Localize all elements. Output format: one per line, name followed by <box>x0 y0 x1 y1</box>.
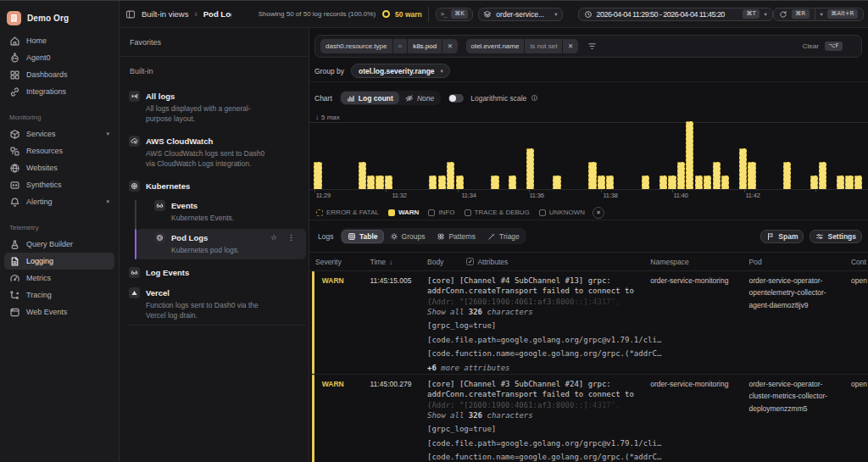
tab-groups[interactable]: Groups <box>384 230 431 243</box>
service-filter-select[interactable]: order-service... ▾ <box>478 8 562 21</box>
sidebar-item-home[interactable]: Home <box>4 32 114 49</box>
sidebar-item-agent0[interactable]: Agent0 <box>4 49 114 66</box>
chart-bar[interactable] <box>598 175 605 189</box>
view-item-log-events[interactable]: Log Events <box>129 267 306 278</box>
chart-bar[interactable] <box>509 175 516 189</box>
legend-item-unknown[interactable]: UNKNOWN <box>539 209 585 216</box>
log-row[interactable]: WARN11:45:00.279[core] [Channel #3 SubCh… <box>309 375 868 462</box>
column-severity[interactable]: Severity <box>315 258 370 266</box>
attribute-chip[interactable]: [code.function.name=google.golang.org/gr… <box>427 452 650 462</box>
log-count-chart[interactable] <box>309 122 868 190</box>
chart-bar[interactable] <box>668 175 676 189</box>
command-palette-button[interactable]: >_ ⌘K <box>436 8 474 21</box>
chart-bar[interactable] <box>588 162 596 189</box>
chart-bar[interactable] <box>526 148 534 189</box>
sidebar-item-synthetics[interactable]: Synthetics <box>4 176 114 193</box>
favorite-star-icon[interactable]: ☆ <box>270 232 277 243</box>
chart-bar[interactable] <box>385 175 392 189</box>
view-item-kubernetes[interactable]: Kubernetes <box>129 181 306 192</box>
chart-bar[interactable] <box>854 175 862 189</box>
org-switcher[interactable]: Demo Org <box>0 1 119 29</box>
filter-value[interactable]: k8s.pod <box>408 39 442 53</box>
sidebar-item-query-builder[interactable]: Query Builder <box>4 236 114 253</box>
chart-bar[interactable] <box>810 175 818 189</box>
chart-bar[interactable] <box>677 162 685 189</box>
sidebar-item-alerting[interactable]: Alerting▾ <box>4 193 114 210</box>
more-attributes-link[interactable]: +6 more attributes <box>427 363 650 373</box>
chart-bar[interactable] <box>447 162 454 189</box>
more-options-icon[interactable]: ⋮ <box>287 232 295 243</box>
tab-patterns[interactable]: Patterns <box>431 230 481 243</box>
chart-bar[interactable] <box>456 175 464 189</box>
tab-table[interactable]: Table <box>342 230 384 243</box>
log-scale-toggle[interactable] <box>448 94 464 103</box>
favorites-section-header[interactable]: Favorites <box>120 28 309 57</box>
clear-filters-button[interactable]: Clear <box>803 42 819 50</box>
chart-bar[interactable] <box>491 175 498 189</box>
sidebar-item-dashboards[interactable]: Dashboards <box>4 66 114 83</box>
breadcrumb-root[interactable]: Built-in views <box>142 9 188 19</box>
chart-bar[interactable] <box>739 148 747 189</box>
column-namespace[interactable]: Namespace <box>650 258 748 266</box>
attributes-checkbox[interactable]: ✓ <box>466 258 474 265</box>
attribute-chip[interactable]: [code.file.path=google.golang.org/grpc@v… <box>427 438 650 448</box>
show-all-link[interactable]: Show all 326 characters <box>427 410 650 420</box>
chart-bar[interactable] <box>606 175 614 189</box>
view-item-all-logs[interactable]: All logsAll logs displayed with a genera… <box>129 91 306 124</box>
chart-bar[interactable] <box>686 121 693 189</box>
chart-bar[interactable] <box>748 162 755 189</box>
sidebar-item-metrics[interactable]: Metrics <box>4 270 114 287</box>
chart-bar[interactable] <box>314 162 321 189</box>
chart-option-log-count[interactable]: Log count <box>341 92 399 104</box>
group-by-select[interactable]: otel.log.severity.range ▾ <box>351 64 450 78</box>
time-range-button[interactable]: 2026-04-04 11:29:50 - 2026-04-04 11:45:2… <box>578 8 773 21</box>
tab-triage[interactable]: Triage <box>481 230 526 243</box>
chart-bar[interactable] <box>845 175 853 189</box>
chart-bar[interactable] <box>659 175 667 189</box>
filter-key[interactable]: dash0.resource.type <box>320 39 392 53</box>
attribute-chip[interactable]: [grpc_log=true] <box>427 320 650 331</box>
sidebar-item-tracing[interactable]: Tracing <box>4 287 114 303</box>
legend-item-info[interactable]: INFO <box>428 209 454 216</box>
attribute-chip[interactable]: [code.function.name=google.golang.org/gr… <box>427 348 650 359</box>
chart-bar[interactable] <box>837 175 844 189</box>
sidebar-item-services[interactable]: Services▾ <box>4 125 114 142</box>
chart-bar[interactable] <box>438 175 446 189</box>
column-time[interactable]: Time ↓ <box>370 258 428 266</box>
chart-bar[interactable] <box>429 175 437 189</box>
column-container[interactable]: Cont <box>851 258 868 266</box>
chart-bar[interactable] <box>695 175 703 189</box>
sidebar-item-logging[interactable]: Logging <box>4 253 114 270</box>
chart-bar[interactable] <box>783 162 791 189</box>
sidebar-item-web-events[interactable]: Web Events <box>4 303 114 320</box>
sidebar-item-integrations[interactable]: Integrations <box>4 83 114 100</box>
legend-item-warn[interactable]: WARN <box>388 209 419 216</box>
chart-bar[interactable] <box>359 162 366 189</box>
settings-button[interactable]: Settings <box>810 230 862 243</box>
show-all-link[interactable]: Show all 326 characters <box>427 307 650 317</box>
view-item-vercel[interactable]: VercelFunction logs sent to Dash0 via th… <box>129 287 306 320</box>
filter-key[interactable]: otel.event.name <box>466 39 525 53</box>
sidebar-item-websites[interactable]: Websites <box>4 159 114 176</box>
chart-bar[interactable] <box>713 162 721 189</box>
attribute-chip[interactable]: [code.file.path=google.golang.org/grpc@v… <box>427 335 650 345</box>
legend-item-error-fatal[interactable]: ERROR & FATAL <box>316 209 379 216</box>
auto-refresh-dropdown[interactable]: ▾ ⌘Alt+R <box>815 9 863 19</box>
view-item-events[interactable]: EventsKubernetes Events. <box>136 200 306 223</box>
sidebar-item-resources[interactable]: Resources <box>4 142 114 159</box>
collapse-sidebar-icon[interactable] <box>125 9 136 19</box>
log-row[interactable]: WARN11:45:15.005[core] [Channel #4 SubCh… <box>309 271 868 375</box>
remove-filter-icon[interactable]: ✕ <box>563 39 577 53</box>
column-pod[interactable]: Pod <box>748 258 851 266</box>
chart-bar[interactable] <box>819 162 826 189</box>
filter-bar[interactable]: dash0.resource.type=k8s.pod✕otel.event.n… <box>314 35 862 58</box>
chart-bar[interactable] <box>553 175 560 189</box>
chart-option-none[interactable]: None <box>399 92 440 104</box>
clear-legend-selection-icon[interactable]: ✕ <box>593 207 604 219</box>
filter-operator[interactable]: = <box>393 39 408 53</box>
refresh-button[interactable]: ⌘R <box>774 9 815 19</box>
chart-bar[interactable] <box>642 175 649 189</box>
chart-bar[interactable] <box>721 175 729 189</box>
chart-bar[interactable] <box>367 175 375 189</box>
legend-item-trace-debug[interactable]: TRACE & DEBUG <box>465 209 530 216</box>
